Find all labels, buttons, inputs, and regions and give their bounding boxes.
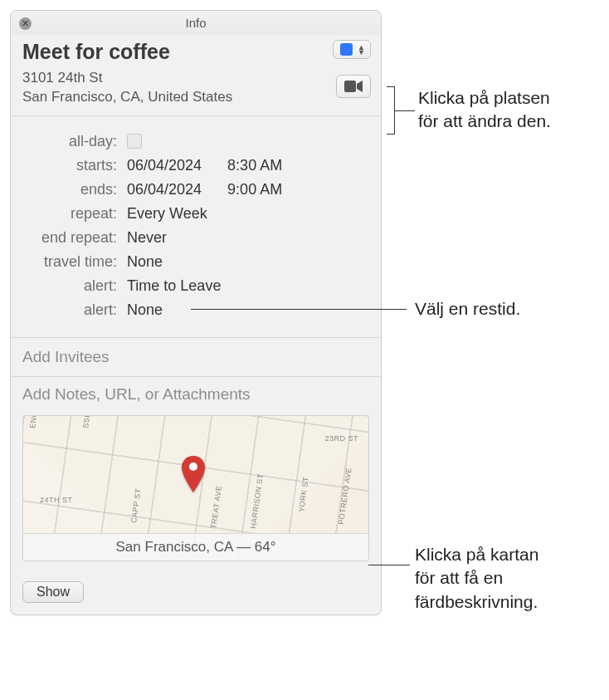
street-label: 23RD ST [324,434,358,443]
callout-leader-line [368,565,410,565]
add-notes-field[interactable]: Add Notes, URL, or Attachments [11,377,381,404]
label-alert-2: alert: [22,301,127,319]
event-header: Meet for coffee ▲▼ 3101 24th St San Fran… [11,35,381,115]
event-map[interactable]: 23RD ST 24TH ST ENCIA ST SSION ST CAPP S… [22,415,369,561]
row-travel-time: travel time: None [22,253,369,271]
value-end-repeat[interactable]: Never [127,229,369,247]
value-alert-1[interactable]: Time to Leave [127,277,369,295]
street-label: TREAT AVE [209,485,223,529]
row-ends: ends: 06/04/2024 9:00 AM [22,181,369,198]
starts-time: 8:30 AM [227,157,282,174]
add-invitees-field[interactable]: Add Invitees [11,338,381,376]
close-icon[interactable]: ✕ [19,17,32,30]
callout-text: Välj en restid. [415,299,520,318]
event-location[interactable]: 3101 24th St San Francisco, CA, United S… [22,69,369,107]
street-label: CAPP ST [129,487,143,523]
callout-text: för att ändra den. [418,110,551,133]
row-alert-2: alert: None [22,301,369,319]
callout-bracket [387,86,395,135]
callout-text: färdbeskrivning. [415,590,538,614]
value-travel-time[interactable]: None [127,253,369,271]
location-line-2: San Francisco, CA, United States [22,88,369,107]
map-footer-label: San Francisco, CA — 64° [23,533,368,560]
label-ends: ends: [22,181,127,198]
street-label: SSION ST [81,415,95,428]
street-label: HARRISON ST [249,473,265,530]
row-alert-1: alert: Time to Leave [22,277,369,295]
row-starts: starts: 06/04/2024 8:30 AM [22,157,369,174]
window-titlebar: ✕ Info [11,11,381,35]
video-camera-icon [344,81,363,92]
ends-time: 9:00 AM [227,181,282,198]
street-label: POTRERO AVE [337,467,353,525]
svg-point-1 [189,463,197,471]
map-pin-icon [181,456,206,492]
value-repeat[interactable]: Every Week [127,205,369,223]
event-info-panel: ✕ Info Meet for coffee ▲▼ 3101 24th St S… [10,10,382,615]
callout-leader-line [395,110,415,111]
show-button[interactable]: Show [22,581,84,603]
starts-date: 06/04/2024 [127,157,202,174]
event-details: all-day: starts: 06/04/2024 8:30 AM ends… [11,116,381,337]
street-label: ENCIA ST [28,415,41,428]
callout-leader-line [191,309,407,310]
label-travel-time: travel time: [22,253,127,271]
street-label: 24TH ST [40,496,73,504]
callout-text: för att få en [415,566,538,590]
value-alert-2[interactable]: None [127,301,369,319]
stepper-chevrons-icon: ▲▼ [358,45,365,55]
label-all-day: all-day: [22,133,127,150]
add-video-call-button[interactable] [336,75,371,98]
label-repeat: repeat: [22,205,127,223]
row-repeat: repeat: Every Week [22,205,369,223]
row-all-day: all-day: [22,133,369,150]
calendar-color-swatch [340,43,353,56]
window-title: Info [185,16,206,30]
value-starts[interactable]: 06/04/2024 8:30 AM [127,157,369,174]
callout-text: Klicka på platsen [418,86,551,110]
value-ends[interactable]: 06/04/2024 9:00 AM [127,181,369,198]
row-end-repeat: end repeat: Never [22,229,369,247]
panel-footer: Show [11,573,381,614]
callout-travel-time: Välj en restid. [415,297,520,321]
label-starts: starts: [22,157,127,174]
callout-text: Klicka på kartan [415,543,538,566]
label-alert-1: alert: [22,277,127,295]
svg-rect-0 [344,81,356,92]
calendar-picker[interactable]: ▲▼ [333,40,371,59]
callout-location: Klicka på platsen för att ändra den. [418,86,551,134]
location-line-1: 3101 24th St [22,69,369,88]
ends-date: 06/04/2024 [127,181,202,198]
label-end-repeat: end repeat: [22,229,127,247]
street-label: YORK ST [297,476,310,512]
event-title[interactable]: Meet for coffee [22,40,369,64]
all-day-checkbox[interactable] [127,134,142,149]
callout-map: Klicka på kartan för att få en färdbeskr… [415,543,538,614]
